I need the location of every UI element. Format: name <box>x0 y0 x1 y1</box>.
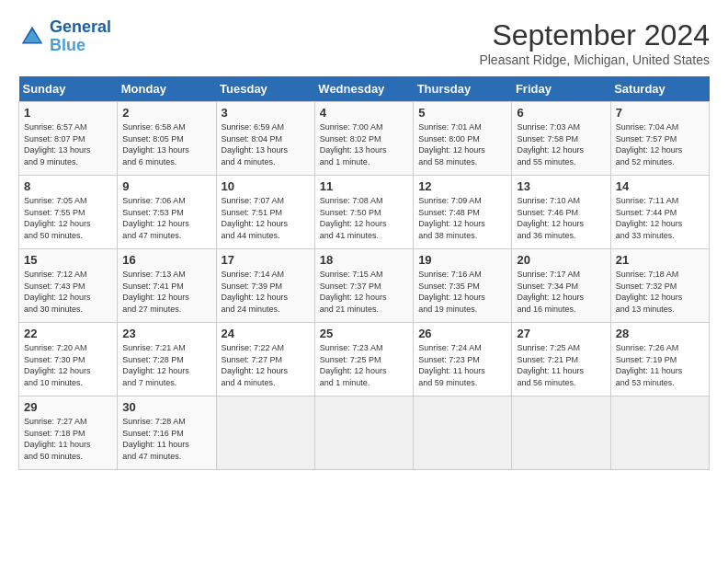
day-info: Sunrise: 7:25 AM Sunset: 7:21 PM Dayligh… <box>517 342 605 388</box>
day-number: 15 <box>24 253 112 267</box>
logo-icon <box>18 23 46 51</box>
day-info: Sunrise: 6:57 AM Sunset: 8:07 PM Dayligh… <box>24 121 112 167</box>
calendar-table: SundayMondayTuesdayWednesdayThursdayFrid… <box>18 76 710 470</box>
day-number: 13 <box>517 179 605 193</box>
day-info: Sunrise: 7:06 AM Sunset: 7:53 PM Dayligh… <box>122 195 210 241</box>
calendar-cell: 21Sunrise: 7:18 AM Sunset: 7:32 PM Dayli… <box>610 249 709 323</box>
day-info: Sunrise: 7:15 AM Sunset: 7:37 PM Dayligh… <box>320 269 408 315</box>
day-info: Sunrise: 7:08 AM Sunset: 7:50 PM Dayligh… <box>320 195 408 241</box>
calendar-cell: 20Sunrise: 7:17 AM Sunset: 7:34 PM Dayli… <box>512 249 610 323</box>
calendar-week-5: 29Sunrise: 7:27 AM Sunset: 7:18 PM Dayli… <box>19 396 710 470</box>
day-number: 26 <box>418 327 506 340</box>
weekday-header-friday: Friday <box>512 76 610 102</box>
calendar-cell: 13Sunrise: 7:10 AM Sunset: 7:46 PM Dayli… <box>512 176 610 249</box>
title-block: September 2024 Pleasant Ridge, Michigan,… <box>479 18 710 67</box>
day-info: Sunrise: 7:04 AM Sunset: 7:57 PM Dayligh… <box>616 121 704 167</box>
calendar-cell <box>610 396 709 470</box>
day-info: Sunrise: 7:22 AM Sunset: 7:27 PM Dayligh… <box>222 342 310 388</box>
calendar-cell: 26Sunrise: 7:24 AM Sunset: 7:23 PM Dayli… <box>414 323 512 396</box>
day-number: 6 <box>517 106 605 120</box>
calendar-cell: 22Sunrise: 7:20 AM Sunset: 7:30 PM Dayli… <box>19 323 118 396</box>
page-header: GeneralBlue September 2024 Pleasant Ridg… <box>18 18 710 67</box>
calendar-week-4: 22Sunrise: 7:20 AM Sunset: 7:30 PM Dayli… <box>19 323 710 396</box>
calendar-cell: 17Sunrise: 7:14 AM Sunset: 7:39 PM Dayli… <box>216 249 314 323</box>
weekday-header-row: SundayMondayTuesdayWednesdayThursdayFrid… <box>19 76 710 102</box>
day-info: Sunrise: 7:26 AM Sunset: 7:19 PM Dayligh… <box>616 342 704 388</box>
day-info: Sunrise: 7:18 AM Sunset: 7:32 PM Dayligh… <box>616 269 704 315</box>
day-info: Sunrise: 7:09 AM Sunset: 7:48 PM Dayligh… <box>418 195 506 241</box>
calendar-cell: 9Sunrise: 7:06 AM Sunset: 7:53 PM Daylig… <box>118 176 216 249</box>
day-number: 14 <box>616 179 704 193</box>
location: Pleasant Ridge, Michigan, United States <box>479 52 710 67</box>
day-number: 23 <box>122 327 210 340</box>
calendar-cell: 30Sunrise: 7:28 AM Sunset: 7:16 PM Dayli… <box>118 396 216 470</box>
calendar-cell: 6Sunrise: 7:03 AM Sunset: 7:58 PM Daylig… <box>512 102 610 176</box>
day-info: Sunrise: 7:07 AM Sunset: 7:51 PM Dayligh… <box>222 195 310 241</box>
day-info: Sunrise: 7:05 AM Sunset: 7:55 PM Dayligh… <box>24 195 112 241</box>
calendar-cell: 12Sunrise: 7:09 AM Sunset: 7:48 PM Dayli… <box>414 176 512 249</box>
day-number: 21 <box>616 253 704 267</box>
day-number: 3 <box>222 106 310 120</box>
calendar-week-1: 1Sunrise: 6:57 AM Sunset: 8:07 PM Daylig… <box>19 102 710 176</box>
calendar-week-3: 15Sunrise: 7:12 AM Sunset: 7:43 PM Dayli… <box>19 249 710 323</box>
weekday-header-saturday: Saturday <box>610 76 709 102</box>
day-info: Sunrise: 7:23 AM Sunset: 7:25 PM Dayligh… <box>320 342 408 388</box>
day-number: 7 <box>616 106 704 120</box>
calendar-cell <box>414 396 512 470</box>
calendar-cell: 29Sunrise: 7:27 AM Sunset: 7:18 PM Dayli… <box>19 396 118 470</box>
day-info: Sunrise: 6:58 AM Sunset: 8:05 PM Dayligh… <box>122 121 210 167</box>
day-info: Sunrise: 7:16 AM Sunset: 7:35 PM Dayligh… <box>418 269 506 315</box>
day-info: Sunrise: 7:28 AM Sunset: 7:16 PM Dayligh… <box>122 416 210 462</box>
day-number: 24 <box>222 327 310 340</box>
logo-text: GeneralBlue <box>50 18 111 55</box>
day-number: 8 <box>24 179 112 193</box>
weekday-header-thursday: Thursday <box>414 76 512 102</box>
calendar-cell: 18Sunrise: 7:15 AM Sunset: 7:37 PM Dayli… <box>314 249 413 323</box>
calendar-cell: 24Sunrise: 7:22 AM Sunset: 7:27 PM Dayli… <box>216 323 314 396</box>
weekday-header-wednesday: Wednesday <box>314 76 413 102</box>
calendar-cell: 23Sunrise: 7:21 AM Sunset: 7:28 PM Dayli… <box>118 323 216 396</box>
calendar-cell: 16Sunrise: 7:13 AM Sunset: 7:41 PM Dayli… <box>118 249 216 323</box>
day-info: Sunrise: 7:14 AM Sunset: 7:39 PM Dayligh… <box>222 269 310 315</box>
weekday-header-monday: Monday <box>118 76 216 102</box>
day-number: 27 <box>517 327 605 340</box>
day-info: Sunrise: 7:13 AM Sunset: 7:41 PM Dayligh… <box>122 269 210 315</box>
day-number: 5 <box>418 106 506 120</box>
calendar-cell: 8Sunrise: 7:05 AM Sunset: 7:55 PM Daylig… <box>19 176 118 249</box>
day-number: 25 <box>320 327 408 340</box>
calendar-cell: 14Sunrise: 7:11 AM Sunset: 7:44 PM Dayli… <box>610 176 709 249</box>
day-info: Sunrise: 7:20 AM Sunset: 7:30 PM Dayligh… <box>24 342 112 388</box>
day-number: 22 <box>24 327 112 340</box>
month-title: September 2024 <box>479 18 710 52</box>
day-number: 10 <box>222 179 310 193</box>
calendar-cell: 10Sunrise: 7:07 AM Sunset: 7:51 PM Dayli… <box>216 176 314 249</box>
day-info: Sunrise: 7:21 AM Sunset: 7:28 PM Dayligh… <box>122 342 210 388</box>
day-info: Sunrise: 7:17 AM Sunset: 7:34 PM Dayligh… <box>517 269 605 315</box>
calendar-cell: 2Sunrise: 6:58 AM Sunset: 8:05 PM Daylig… <box>118 102 216 176</box>
day-number: 16 <box>122 253 210 267</box>
day-number: 19 <box>418 253 506 267</box>
weekday-header-tuesday: Tuesday <box>216 76 314 102</box>
day-number: 1 <box>24 106 112 120</box>
day-info: Sunrise: 7:11 AM Sunset: 7:44 PM Dayligh… <box>616 195 704 241</box>
day-number: 2 <box>122 106 210 120</box>
day-info: Sunrise: 7:27 AM Sunset: 7:18 PM Dayligh… <box>24 416 112 462</box>
day-number: 9 <box>122 179 210 193</box>
weekday-header-sunday: Sunday <box>19 76 118 102</box>
day-number: 11 <box>320 179 408 193</box>
calendar-cell: 3Sunrise: 6:59 AM Sunset: 8:04 PM Daylig… <box>216 102 314 176</box>
day-info: Sunrise: 6:59 AM Sunset: 8:04 PM Dayligh… <box>222 121 310 167</box>
calendar-cell: 19Sunrise: 7:16 AM Sunset: 7:35 PM Dayli… <box>414 249 512 323</box>
day-number: 17 <box>222 253 310 267</box>
day-number: 4 <box>320 106 408 120</box>
day-number: 20 <box>517 253 605 267</box>
calendar-cell: 27Sunrise: 7:25 AM Sunset: 7:21 PM Dayli… <box>512 323 610 396</box>
calendar-cell: 5Sunrise: 7:01 AM Sunset: 8:00 PM Daylig… <box>414 102 512 176</box>
day-info: Sunrise: 7:03 AM Sunset: 7:58 PM Dayligh… <box>517 121 605 167</box>
day-info: Sunrise: 7:12 AM Sunset: 7:43 PM Dayligh… <box>24 269 112 315</box>
calendar-cell <box>216 396 314 470</box>
calendar-cell <box>314 396 413 470</box>
day-number: 28 <box>616 327 704 340</box>
day-number: 30 <box>122 400 210 414</box>
calendar-cell: 7Sunrise: 7:04 AM Sunset: 7:57 PM Daylig… <box>610 102 709 176</box>
